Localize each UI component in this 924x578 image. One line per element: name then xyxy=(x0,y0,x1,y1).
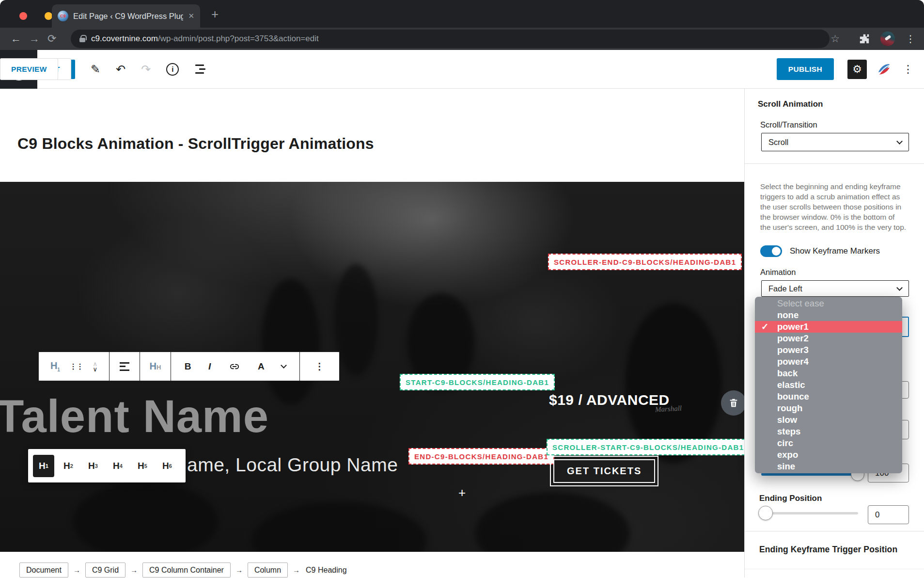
list-view-icon[interactable] xyxy=(195,64,205,74)
heading-level-button[interactable]: H4 xyxy=(107,455,128,477)
block-toolbar: H1 ⋮⋮ ∧ ∨ HH B I xyxy=(38,352,340,381)
breadcrumb-item[interactable]: Document xyxy=(19,562,68,578)
traffic-light-minimize[interactable] xyxy=(45,12,52,20)
ease-option[interactable]: expo xyxy=(755,449,902,461)
browser-tab[interactable]: C9 Edit Page ‹ C9 WordPress Plug ✕ xyxy=(52,4,200,28)
breadcrumb: Document →C9 Grid →C9 Column Container →… xyxy=(19,566,348,575)
extensions-puzzle-icon[interactable] xyxy=(859,33,870,44)
breadcrumb-item[interactable]: Column xyxy=(248,562,288,578)
ease-option[interactable]: power2 xyxy=(755,333,902,344)
ease-option[interactable]: none xyxy=(755,309,902,321)
browser-window: C9 Edit Page ‹ C9 WordPress Plug ✕ + ← →… xyxy=(0,0,924,578)
hero-block[interactable]: Talent Name ame, Local Group Name $19 / … xyxy=(0,182,744,552)
delete-block-button[interactable] xyxy=(721,390,744,416)
breadcrumb-item[interactable]: C9 Column Container xyxy=(142,562,231,578)
profile-avatar[interactable] xyxy=(880,32,895,46)
breadcrumb-item[interactable]: C9 Heading xyxy=(305,563,348,577)
ease-option[interactable]: power4 xyxy=(755,356,902,368)
editor-canvas: C9 Blocks Animation - ScrollTrigger Anim… xyxy=(0,89,744,578)
ending-position-label: Ending Position xyxy=(759,494,822,503)
trash-icon xyxy=(728,398,739,408)
breadcrumb-arrow-icon: → xyxy=(73,566,80,574)
heading-level-button[interactable]: H1 xyxy=(33,455,54,477)
keyframe-marker-start: START-C9-BLOCKS/HEADING-DAB1 xyxy=(400,374,555,390)
chevron-down-icon[interactable] xyxy=(281,362,287,369)
more-options-icon[interactable]: ⋮ xyxy=(315,361,324,372)
plugin-icon[interactable] xyxy=(877,62,891,77)
breadcrumb-arrow-icon: → xyxy=(235,566,243,574)
forward-icon[interactable]: → xyxy=(29,33,40,44)
toggle-label: Show Keyframe Markers xyxy=(790,246,880,256)
chevron-down-icon xyxy=(896,285,903,291)
ease-option[interactable]: power3 xyxy=(755,344,902,356)
address-bar[interactable]: c9.covertnine.com/wp-admin/post.php?post… xyxy=(71,30,830,48)
breadcrumb-item[interactable]: C9 Grid xyxy=(85,562,125,578)
undo-icon[interactable]: ↶ xyxy=(116,63,125,76)
publish-button[interactable]: PUBLISH xyxy=(777,58,834,80)
add-block-plus[interactable]: + xyxy=(458,485,466,500)
ease-option[interactable]: sine xyxy=(755,461,902,472)
block-type-heading-icon[interactable]: H1 xyxy=(50,360,60,372)
italic-button[interactable]: I xyxy=(208,361,211,372)
tab-close-icon[interactable]: ✕ xyxy=(188,12,194,20)
ending-position-slider-track[interactable] xyxy=(772,512,858,514)
chevron-down-icon xyxy=(896,138,903,144)
amp-brand-text: Marshall xyxy=(655,404,682,414)
bold-button[interactable]: B xyxy=(185,361,191,372)
scroll-transition-select[interactable]: Scroll xyxy=(761,133,909,151)
tab-favicon: C9 xyxy=(58,11,68,21)
animation-select[interactable]: Fade Left xyxy=(761,280,909,297)
show-keyframe-markers-toggle[interactable] xyxy=(760,245,782,257)
ease-option[interactable]: steps xyxy=(755,426,902,437)
traffic-light-close[interactable] xyxy=(19,12,27,20)
editor-top-bar: W + ✎ ↶ ↷ i SAVE DRAFT PREVIEW PUBLISH ⚙… xyxy=(0,50,924,89)
info-icon[interactable]: i xyxy=(166,63,179,76)
ease-option[interactable]: power1 xyxy=(755,321,902,333)
heading-level-button[interactable]: H2 xyxy=(58,455,79,477)
check-icon xyxy=(761,321,773,333)
hero-price-text[interactable]: $19 / ADVANCED xyxy=(549,392,670,408)
ease-option[interactable]: Select ease xyxy=(755,298,902,309)
ending-position-slider-handle[interactable] xyxy=(758,506,773,520)
tab-title: Edit Page ‹ C9 WordPress Plug xyxy=(73,12,183,21)
link-icon[interactable] xyxy=(228,360,241,373)
options-menu-icon[interactable]: ⋮ xyxy=(903,63,913,76)
heading-level-icon[interactable]: HH xyxy=(150,361,161,372)
ease-option[interactable]: slow xyxy=(755,414,902,426)
panel-title: Scroll Animation xyxy=(758,99,908,109)
redo-icon[interactable]: ↷ xyxy=(141,63,151,76)
get-tickets-button[interactable]: GET TICKETS xyxy=(550,456,658,486)
reload-icon[interactable]: ⟳ xyxy=(47,33,56,44)
hero-subheading[interactable]: ame, Local Group Name xyxy=(187,454,398,476)
drag-handle-icon[interactable]: ⋮⋮ xyxy=(70,362,83,371)
settings-gear-button[interactable]: ⚙ xyxy=(847,60,867,79)
text-color-button[interactable]: A xyxy=(258,361,265,372)
ease-option[interactable]: bounce xyxy=(755,391,902,402)
back-icon[interactable]: ← xyxy=(11,33,21,44)
keyframe-marker-scroller-start: SCROLLER-START-C9-BLOCKS/HEADING-DAB1 xyxy=(547,439,744,455)
ease-option[interactable]: rough xyxy=(755,402,902,414)
browser-menu-icon[interactable]: ⋮ xyxy=(906,33,915,45)
heading-level-button[interactable]: H5 xyxy=(132,455,153,477)
browser-toolbar: ← → ⟳ c9.covertnine.com/wp-admin/post.ph… xyxy=(0,28,924,50)
ease-option[interactable]: circ xyxy=(755,437,902,449)
lock-icon xyxy=(79,38,85,42)
page-title[interactable]: C9 Blocks Animation - ScrollTrigger Anim… xyxy=(17,135,374,153)
bookmark-star-icon[interactable]: ☆ xyxy=(830,33,840,45)
heading-level-button[interactable]: H6 xyxy=(157,455,178,477)
new-tab-button[interactable]: + xyxy=(211,7,219,21)
panel-description: Select the beginning and ending keyframe… xyxy=(760,181,907,232)
move-down-icon[interactable]: ∨ xyxy=(93,367,98,372)
ending-position-input[interactable] xyxy=(868,505,909,524)
align-text-icon[interactable] xyxy=(120,362,129,371)
ease-dropdown-menu: Select ease none power1 power2 power3 po… xyxy=(755,297,902,473)
keyframe-marker-end: END-C9-BLOCKS/HEADING-DAB1 xyxy=(408,448,554,465)
heading-level-button[interactable]: H3 xyxy=(82,455,104,477)
preview-button[interactable]: PREVIEW xyxy=(0,58,58,80)
ease-option[interactable]: back xyxy=(755,368,902,379)
ease-option[interactable]: elastic xyxy=(755,379,902,391)
heading-level-popup: H1 H2 H3 H4 H5 H6 xyxy=(28,449,186,482)
hero-heading[interactable]: Talent Name xyxy=(0,390,269,443)
edit-pencil-icon[interactable]: ✎ xyxy=(91,63,100,76)
ending-keyframe-trigger-label: Ending Keyframe Trigger Position xyxy=(759,545,897,555)
